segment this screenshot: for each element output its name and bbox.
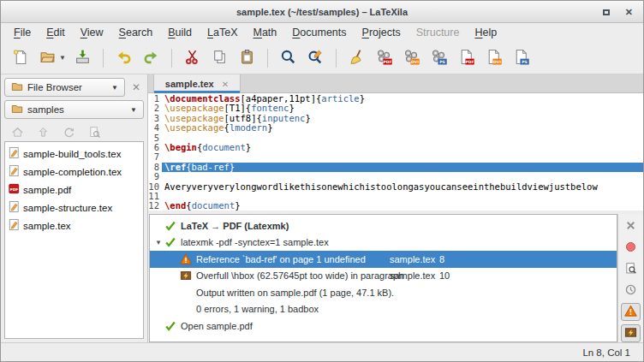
new-document-icon bbox=[12, 49, 28, 68]
menu-latex[interactable]: LaTeX bbox=[200, 24, 245, 41]
menu-documents[interactable]: Documents bbox=[284, 24, 354, 41]
file-list-item[interactable]: sample.tex bbox=[5, 217, 143, 234]
build-message-row[interactable]: 0 errors, 1 warning, 1 badbox bbox=[150, 301, 617, 318]
maximize-button[interactable] bbox=[603, 9, 610, 15]
menu-edit[interactable]: Edit bbox=[39, 24, 73, 41]
latexila-window: sample.tex (~/test/samples) – LaTeXila ✕… bbox=[0, 0, 644, 362]
new-document-button[interactable] bbox=[8, 45, 33, 70]
menu-projects[interactable]: Projects bbox=[355, 24, 408, 41]
line-number: 4 bbox=[148, 123, 162, 133]
check-icon bbox=[164, 319, 176, 332]
build-message-row[interactable]: ▾latexmk -pdf -synctex=1 sample.tex bbox=[150, 234, 617, 252]
view-pdf-button[interactable]: PDF bbox=[454, 45, 479, 70]
build-pdf-button[interactable]: PDF bbox=[372, 45, 397, 70]
clean-icon bbox=[349, 49, 365, 68]
panel-selector-combo[interactable]: File Browser ▼ bbox=[4, 78, 125, 97]
build-dvi-icon: DVI bbox=[403, 49, 420, 68]
menu-file[interactable]: File bbox=[6, 24, 39, 41]
line-number: 9 bbox=[148, 172, 162, 181]
build-message-text: Output written on sample.pdf (1 page, 47… bbox=[196, 288, 394, 298]
search-icon bbox=[280, 49, 296, 68]
close-panel-button[interactable]: ✕ bbox=[128, 81, 144, 93]
expander-icon[interactable]: ▾ bbox=[153, 238, 164, 246]
refresh-button[interactable] bbox=[63, 126, 75, 141]
code-editor[interactable]: 1\documentclass[a4paper,11pt]{article}2\… bbox=[148, 93, 643, 211]
line-content: \usepackage{lmodern} bbox=[162, 123, 643, 133]
menu-build[interactable]: Build bbox=[160, 24, 200, 41]
search-replace-icon bbox=[307, 49, 324, 68]
cut-button[interactable] bbox=[180, 45, 205, 70]
svg-text:PDF: PDF bbox=[465, 60, 474, 64]
build-message-row[interactable]: !Reference `bad-ref' on page 1 undefined… bbox=[150, 251, 617, 268]
toolbar-separator bbox=[267, 49, 268, 68]
tab-sample-tex[interactable]: sample.tex ✕ bbox=[153, 74, 241, 93]
svg-text:PS: PS bbox=[522, 60, 528, 64]
svg-text:PDF: PDF bbox=[9, 187, 18, 192]
file-list-item[interactable]: sample-structure.tex bbox=[5, 199, 143, 217]
menu-search[interactable]: Search bbox=[111, 24, 161, 41]
close-button[interactable] bbox=[621, 218, 641, 236]
tex-file-icon bbox=[8, 218, 21, 233]
check-icon bbox=[164, 219, 176, 232]
undo-button[interactable] bbox=[111, 45, 136, 70]
check-icon bbox=[164, 236, 176, 249]
build-message-text: Reference `bad-ref' on page 1 undefined bbox=[196, 254, 366, 264]
line-content: \begin{document} bbox=[162, 143, 643, 152]
badboxes-toggle-button[interactable] bbox=[621, 324, 641, 342]
copy-button[interactable] bbox=[207, 45, 232, 70]
line-content: \ref{bad-ref} bbox=[162, 163, 643, 172]
search-replace-button[interactable] bbox=[303, 45, 328, 70]
build-message-file: sample.tex bbox=[390, 254, 435, 264]
directory-row: samples ▼ bbox=[4, 100, 144, 119]
jump-to-document-button[interactable] bbox=[88, 126, 101, 141]
build-message-text: latexmk -pdf -synctex=1 sample.tex bbox=[181, 237, 329, 247]
search-button[interactable] bbox=[276, 45, 301, 70]
svg-text:PS: PS bbox=[439, 60, 445, 64]
cut-icon bbox=[184, 49, 200, 68]
folder-icon bbox=[11, 80, 23, 94]
go-up-button[interactable] bbox=[37, 126, 50, 141]
window-title: sample.tex (~/test/samples) – LaTeXila bbox=[236, 7, 408, 17]
directory-combo[interactable]: samples ▼ bbox=[4, 100, 144, 119]
line-number: 12 bbox=[148, 201, 162, 211]
redo-button[interactable] bbox=[139, 45, 164, 70]
view-ps-button[interactable]: PS bbox=[509, 45, 534, 70]
pdf-file-icon: PDF bbox=[8, 182, 21, 197]
menu-help[interactable]: Help bbox=[467, 24, 504, 41]
menu-math[interactable]: Math bbox=[245, 24, 284, 41]
build-message-row[interactable]: Overfull \hbox (62.57645pt too wide) in … bbox=[150, 268, 617, 285]
build-ps-button[interactable]: PS bbox=[426, 45, 451, 70]
editor-line[interactable]: 6\begin{document} bbox=[148, 143, 643, 152]
editor-line[interactable]: 12\end{document} bbox=[148, 201, 643, 211]
build-message-row[interactable]: Open sample.pdf bbox=[150, 317, 617, 335]
view-dvi-button[interactable]: DVI bbox=[481, 45, 506, 70]
clean-button[interactable] bbox=[344, 45, 369, 70]
view-log-icon bbox=[624, 262, 637, 277]
editor-line[interactable]: 10Averyveryverylongwordlikethisonewhichi… bbox=[148, 182, 643, 192]
history-button[interactable] bbox=[621, 282, 641, 300]
file-list-item[interactable]: sample-build_tools.tex bbox=[5, 145, 143, 163]
home-button[interactable] bbox=[11, 126, 24, 141]
tex-file-icon bbox=[8, 146, 21, 161]
stop-button[interactable] bbox=[621, 240, 641, 258]
menu-structure[interactable]: Structure bbox=[408, 24, 468, 41]
build-message-row[interactable]: LaTeX → PDF (Latexmk) bbox=[150, 217, 617, 234]
build-message-row[interactable]: Output written on sample.pdf (1 page, 47… bbox=[150, 284, 617, 301]
open-dropdown-arrow-icon[interactable]: ▼ bbox=[59, 54, 66, 62]
warnings-toggle-button[interactable]: ! bbox=[621, 303, 641, 321]
editor-line[interactable]: 8\ref{bad-ref} bbox=[148, 163, 643, 172]
statusbar: Ln 8, Col 1 bbox=[1, 342, 643, 361]
close-window-button[interactable]: ✕ bbox=[625, 8, 633, 17]
menu-view[interactable]: View bbox=[73, 24, 111, 41]
save-button[interactable] bbox=[70, 45, 95, 70]
build-dvi-button[interactable]: DVI bbox=[399, 45, 424, 70]
editor-line[interactable]: 4\usepackage{lmodern} bbox=[148, 123, 643, 133]
file-list-item[interactable]: PDFsample.pdf bbox=[5, 181, 143, 199]
file-name: sample-structure.tex bbox=[23, 203, 112, 213]
view-log-button[interactable] bbox=[621, 261, 641, 279]
open-document-button[interactable] bbox=[35, 45, 60, 70]
paste-button[interactable] bbox=[235, 45, 259, 70]
file-list-item[interactable]: sample-completion.tex bbox=[5, 163, 143, 181]
close-tab-icon[interactable]: ✕ bbox=[222, 80, 229, 89]
chevron-down-icon: ▼ bbox=[130, 106, 137, 114]
